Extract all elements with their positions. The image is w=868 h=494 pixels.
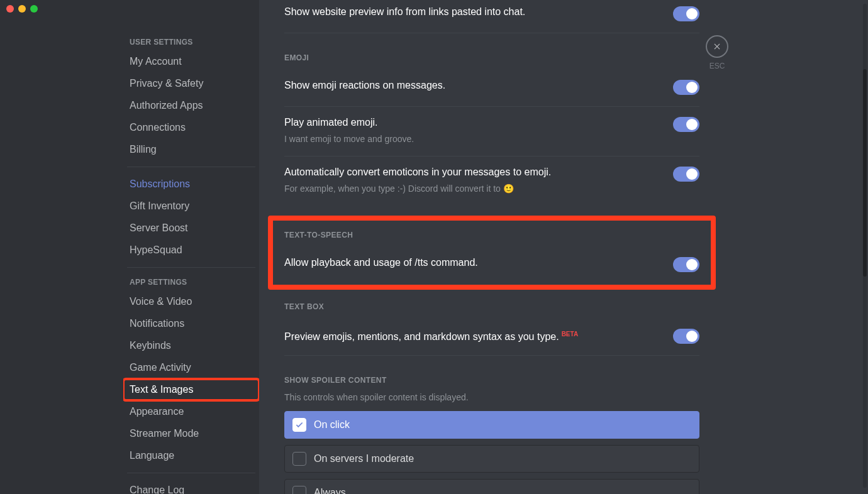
window-minimize-dot[interactable] [18, 5, 26, 13]
sidebar-item-appearance[interactable]: Appearance [123, 401, 259, 422]
sidebar-item-authorized-apps[interactable]: Authorized Apps [123, 95, 259, 116]
spoiler-option-moderate[interactable]: On servers I moderate [284, 445, 699, 473]
sidebar-item-gift-inventory[interactable]: Gift Inventory [123, 195, 259, 217]
left-gutter [0, 0, 123, 494]
settings-sidebar: USER SETTINGS My Account Privacy & Safet… [123, 0, 259, 494]
radio-label: Always [314, 487, 346, 494]
section-header-emoji: EMOJI [284, 53, 699, 62]
radio-label: On servers I moderate [314, 453, 414, 464]
spoiler-desc: This controls when spoiler content is di… [284, 392, 699, 402]
setting-preview-markdown: Preview emojis, mentions, and markdown s… [284, 319, 699, 356]
sidebar-header-user: USER SETTINGS [123, 34, 259, 50]
setting-title: Allow playback and usage of /tts command… [284, 256, 658, 270]
sidebar-item-hypesquad[interactable]: HypeSquad [123, 239, 259, 261]
section-header-textbox: TEXT BOX [284, 302, 699, 311]
sidebar-header-app: APP SETTINGS [123, 274, 259, 290]
setting-auto-convert: Automatically convert emoticons in your … [284, 156, 699, 199]
sidebar-item-change-log[interactable]: Change Log [123, 480, 259, 494]
toggle-preview-markdown[interactable] [673, 329, 699, 344]
toggle-link-preview[interactable] [673, 6, 699, 21]
sidebar-item-notifications[interactable]: Notifications [123, 313, 259, 334]
section-header-spoiler: SHOW SPOILER CONTENT [284, 376, 699, 385]
checkbox-icon [292, 418, 306, 432]
sidebar-item-text-images[interactable]: Text & Images [123, 379, 259, 400]
sidebar-item-language[interactable]: Language [123, 445, 259, 466]
sidebar-divider [127, 267, 255, 268]
toggle-emoji-reactions[interactable] [673, 80, 699, 95]
window-zoom-dot[interactable] [30, 5, 38, 13]
close-column: ESC [706, 35, 728, 70]
setting-title: Preview emojis, mentions, and markdown s… [284, 327, 658, 344]
setting-desc: For example, when you type :-) Discord w… [284, 183, 658, 194]
sidebar-divider [127, 473, 255, 473]
toggle-auto-convert[interactable] [673, 167, 699, 182]
close-icon [713, 42, 721, 51]
sidebar-item-subscriptions[interactable]: Subscriptions [123, 173, 259, 195]
setting-title: Show website preview info from links pas… [284, 5, 658, 19]
window-close-dot[interactable] [6, 5, 14, 13]
sidebar-item-streamer-mode[interactable]: Streamer Mode [123, 423, 259, 444]
spoiler-option-on-click[interactable]: On click [284, 411, 699, 439]
sidebar-item-voice-video[interactable]: Voice & Video [123, 291, 259, 312]
checkbox-icon [292, 452, 306, 466]
setting-title: Show emoji reactions on messages. [284, 79, 658, 92]
setting-title: Automatically convert emoticons in your … [284, 165, 658, 179]
sidebar-item-game-activity[interactable]: Game Activity [123, 357, 259, 378]
close-button[interactable] [706, 35, 728, 58]
toggle-tts[interactable] [673, 257, 699, 272]
sidebar-item-server-boost[interactable]: Server Boost [123, 217, 259, 239]
sidebar-item-billing[interactable]: Billing [123, 139, 259, 160]
section-header-tts: TEXT-TO-SPEECH [284, 231, 699, 239]
setting-animated-emoji: Play animated emoji. I want emoji to mov… [284, 107, 699, 156]
checkbox-icon [292, 486, 306, 494]
esc-label: ESC [706, 62, 728, 70]
toggle-animated-emoji[interactable] [673, 117, 699, 132]
sidebar-item-keybinds[interactable]: Keybinds [123, 335, 259, 356]
setting-tts: Allow playback and usage of /tts command… [284, 247, 699, 275]
beta-badge: BETA [562, 331, 578, 338]
setting-title: Play animated emoji. [284, 116, 658, 129]
setting-emoji-reactions: Show emoji reactions on messages. [284, 70, 699, 107]
scrollbar-thumb[interactable] [863, 69, 867, 277]
setting-desc: I want emoji to move and groove. [284, 133, 658, 145]
radio-label: On click [314, 419, 350, 431]
spoiler-option-always[interactable]: Always [284, 479, 699, 494]
setting-title-text: Preview emojis, mentions, and markdown s… [284, 331, 559, 342]
sidebar-divider [127, 167, 255, 167]
window-traffic-lights [6, 5, 38, 13]
settings-content: Show website preview info from links pas… [259, 0, 725, 494]
highlight-tts-section: TEXT-TO-SPEECH Allow playback and usage … [268, 216, 716, 290]
sidebar-item-my-account[interactable]: My Account [123, 51, 259, 72]
sidebar-item-privacy[interactable]: Privacy & Safety [123, 73, 259, 94]
setting-link-preview: Show website preview info from links pas… [284, 0, 699, 33]
sidebar-item-connections[interactable]: Connections [123, 117, 259, 138]
